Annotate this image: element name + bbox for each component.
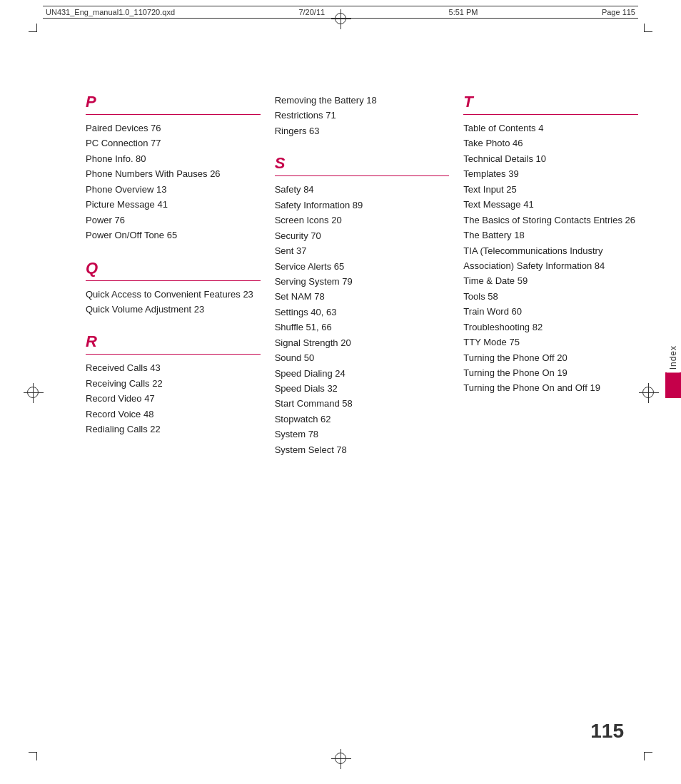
entries-p: Paired Devices 76 PC Connection 77 Phone… [86,121,261,243]
list-item: Removing the Battery 18 [275,93,450,108]
side-tab: Index [665,342,681,398]
list-item: Technical Details 10 [463,151,638,166]
list-item: Turning the Phone On and Off 19 [463,380,638,395]
list-item: Serving System 79 [275,274,450,289]
list-item: Start Command 58 [275,396,450,411]
list-item: Turning the Phone Off 20 [463,350,638,365]
list-item: Speed Dials 32 [275,381,450,396]
list-item: Quick Access to Convenient Features 23 [86,287,261,302]
list-item: Stopwatch 62 [275,412,450,427]
list-item: TIA (Telecommunications Industry Associa… [463,243,638,274]
list-item: Templates 39 [463,166,638,181]
list-item: TTY Mode 75 [463,335,638,350]
entries-r: Received Calls 43 Receiving Calls 22 Rec… [86,360,261,437]
list-item: Paired Devices 76 [86,121,261,136]
list-item: Table of Contents 4 [463,121,638,136]
list-item: Safety Information 89 [275,198,450,213]
header-bar: UN431_Eng_manual1.0_110720.qxd 7/20/11 5… [43,6,638,19]
list-item: Receiving Calls 22 [86,376,261,391]
list-item: Ringers 63 [275,123,450,138]
list-item: Quick Volume Adjustment 23 [86,302,261,317]
list-item: Service Alerts 65 [275,259,450,274]
entries-s: Safety 84 Safety Information 89 Screen I… [275,182,450,457]
list-item: Turning the Phone On 19 [463,365,638,380]
list-item: Text Message 41 [463,197,638,212]
list-item: Safety 84 [275,182,450,197]
section-t: T Table of Contents 4 Take Photo 46 Tech… [463,93,638,396]
list-item: Power 76 [86,213,261,228]
list-item: System Select 78 [275,442,450,457]
section-p: P Paired Devices 76 PC Connection 77 Pho… [86,93,261,243]
list-item: Troubleshooting 82 [463,320,638,335]
list-item: Set NAM 78 [275,289,450,304]
reg-mark-bottom [335,753,346,764]
entries-r-cont: Removing the Battery 18 Restrictions 71 … [275,93,450,138]
side-tab-label: Index [667,342,680,372]
section-r-continued: Removing the Battery 18 Restrictions 71 … [275,93,450,138]
list-item: Sound 50 [275,350,450,365]
letter-s: S [275,154,450,173]
letter-t: T [463,93,638,111]
list-item: Signal Strength 20 [275,335,450,350]
header-filename: UN431_Eng_manual1.0_110720.qxd [46,8,175,16]
list-item: Train Word 60 [463,304,638,319]
list-item: The Battery 18 [463,228,638,243]
list-item: Picture Message 41 [86,197,261,212]
list-item: Phone Info. 80 [86,151,261,166]
list-item: The Basics of Storing Contacts Entries 2… [463,213,638,228]
list-item: Screen Icons 20 [275,213,450,228]
list-item: Received Calls 43 [86,360,261,375]
list-item: Settings 40, 63 [275,305,450,320]
header-time: 5:51 PM [449,8,478,16]
list-item: Record Video 47 [86,391,261,406]
list-item: Record Voice 48 [86,407,261,422]
list-item: Power On/Off Tone 65 [86,228,261,243]
column-t: T Table of Contents 4 Take Photo 46 Tech… [463,93,638,713]
section-q: Q Quick Access to Convenient Features 23… [86,259,261,317]
column-p-q-r: P Paired Devices 76 PC Connection 77 Pho… [86,93,275,713]
header-page: Page 115 [602,8,635,16]
header-date: 7/20/11 [298,8,325,16]
list-item: Redialing Calls 22 [86,422,261,437]
letter-r: R [86,332,261,351]
list-item: Speed Dialing 24 [275,366,450,381]
letter-q: Q [86,259,261,278]
list-item: Take Photo 46 [463,136,638,151]
main-content: P Paired Devices 76 PC Connection 77 Pho… [86,93,638,713]
list-item: Time & Date 59 [463,273,638,288]
section-r: R Received Calls 43 Receiving Calls 22 R… [86,332,261,437]
list-item: Tools 58 [463,289,638,304]
list-item: System 78 [275,427,450,442]
section-s: S Safety 84 Safety Information 89 Screen… [275,154,450,457]
list-item: Restrictions 71 [275,108,450,123]
list-item: Phone Overview 13 [86,182,261,197]
list-item: Security 70 [275,228,450,243]
list-item: PC Connection 77 [86,136,261,151]
letter-p: P [86,93,261,111]
side-tab-bar [665,372,681,398]
list-item: Phone Numbers With Pauses 26 [86,166,261,181]
page-number: 115 [590,720,624,743]
list-item: Text Input 25 [463,182,638,197]
list-item: Sent 37 [275,243,450,258]
column-s: Removing the Battery 18 Restrictions 71 … [275,93,464,713]
entries-q: Quick Access to Convenient Features 23 Q… [86,287,261,317]
entries-t: Table of Contents 4 Take Photo 46 Techni… [463,121,638,396]
list-item: Shuffle 51, 66 [275,320,450,335]
